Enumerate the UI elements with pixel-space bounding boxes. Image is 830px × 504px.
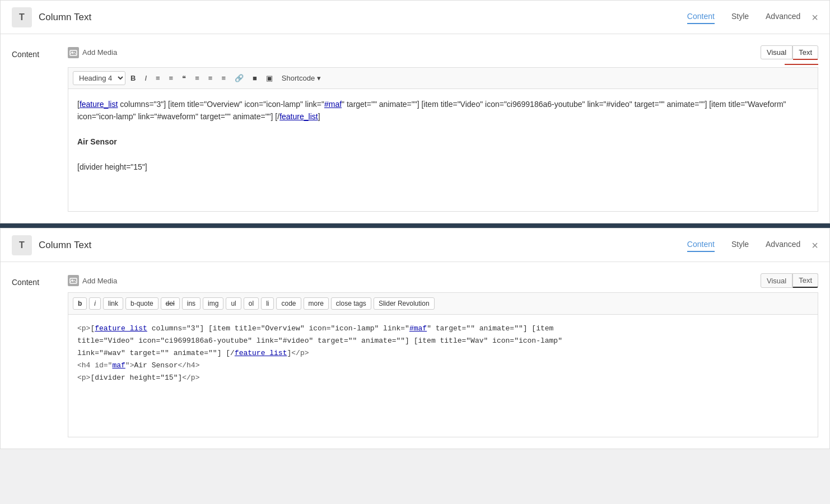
html-closetags-btn[interactable]: close tags — [331, 297, 371, 310]
editor-wrapper-1: Add Media Visual Text Heading 4 B I ≡ ≡ — [68, 45, 818, 212]
panel-2: T Column Text Content Style Advanced × C… — [0, 228, 830, 449]
html-bquote-btn[interactable]: b-quote — [125, 297, 158, 310]
panel-2-close[interactable]: × — [812, 240, 818, 251]
fullscreen-btn-1[interactable]: ▣ — [262, 71, 277, 85]
panel-1-title: Column Text — [39, 12, 687, 23]
panel-1-icon: T — [12, 7, 32, 27]
text-tab-underline-1 — [785, 64, 818, 65]
shortcode-feature-list-open-1: feature_list — [80, 100, 118, 109]
shortcode-feature-list-close-1: feature_list — [279, 112, 318, 121]
code-line1: <p>[feature_list columns="3"] [item titl… — [77, 323, 809, 335]
panel-2-title: Column Text — [39, 240, 687, 251]
html-slider-btn[interactable]: Slider Revolution — [374, 297, 435, 310]
code-line3: link="#wav" target="" animate=""] [/feat… — [77, 347, 809, 360]
editor-line2-1: Air Sensor — [77, 136, 809, 148]
html-ul-btn[interactable]: ul — [226, 297, 241, 310]
add-media-label-2: Add Media — [82, 277, 117, 285]
tab-style-1[interactable]: Style — [731, 12, 749, 23]
html-li-btn[interactable]: li — [261, 297, 274, 310]
code-line2: title="Video" icon="ci9699186a6-youtube"… — [77, 335, 809, 347]
toolbar-1: Heading 4 B I ≡ ≡ ❝ ≡ ≡ ≡ 🔗 ■ ▣ Shortcod… — [68, 67, 818, 88]
panel-2-icon: T — [12, 235, 32, 255]
editor-wrapper-2: Add Media Visual Text b i link b-quote d… — [68, 273, 818, 437]
ul-btn-1[interactable]: ≡ — [152, 71, 164, 85]
add-media-button-1[interactable]: Add Media — [68, 47, 117, 58]
html-ol-btn[interactable]: ol — [244, 297, 259, 310]
panel-2-body: Content Add Media Vi — [1, 262, 829, 449]
html-del-btn[interactable]: del — [161, 297, 180, 310]
editor-area-1[interactable]: [feature_list columns="3"] [item title="… — [68, 88, 818, 212]
code-line5: <p>[divider height="15"]</p> — [77, 372, 809, 384]
content-row-2: Content Add Media Vi — [12, 273, 818, 437]
text-tab-1[interactable]: Text — [792, 45, 818, 59]
editor-topbar-1: Add Media Visual Text — [68, 45, 818, 59]
panel-2-tabs: Content Style Advanced — [687, 240, 800, 251]
blockquote-btn-1[interactable]: ❝ — [178, 71, 190, 85]
code-editor-area-2[interactable]: <p>[feature_list columns="3"] [item titl… — [68, 314, 818, 437]
shortcode-btn-1[interactable]: Shortcode ▾ — [278, 71, 325, 85]
content-row-1: Content Add Media Vi — [12, 45, 818, 212]
html-img-btn[interactable]: img — [203, 297, 223, 310]
tab-style-2[interactable]: Style — [731, 240, 749, 251]
tab-advanced-2[interactable]: Advanced — [766, 240, 800, 251]
visual-tab-1[interactable]: Visual — [761, 45, 792, 59]
editor-line3-1: [divider height="15"] — [77, 161, 809, 173]
italic-btn-1[interactable]: I — [141, 71, 151, 85]
panel-2-header: T Column Text Content Style Advanced × — [1, 228, 829, 262]
add-media-icon-1 — [68, 47, 79, 58]
panel-1: T Column Text Content Style Advanced × C… — [0, 0, 830, 223]
html-toolbar-2: b i link b-quote del ins img ul ol li co… — [68, 292, 818, 314]
add-media-button-2[interactable]: Add Media — [68, 275, 117, 286]
view-tabs-1: Visual Text — [761, 45, 818, 59]
html-link-btn[interactable]: link — [103, 297, 123, 310]
panel-1-header: T Column Text Content Style Advanced × — [1, 1, 829, 34]
html-italic-btn[interactable]: i — [89, 297, 101, 310]
visual-tab-2[interactable]: Visual — [761, 273, 792, 288]
panel-1-body: Content Add Media Vi — [1, 34, 829, 223]
panel-separator — [0, 223, 830, 228]
tab-advanced-1[interactable]: Advanced — [766, 12, 800, 23]
html-ins-btn[interactable]: ins — [182, 297, 200, 310]
content-label-2: Content — [12, 273, 57, 287]
editor-topbar-2: Add Media Visual Text — [68, 273, 818, 288]
align-left-btn-1[interactable]: ≡ — [191, 71, 203, 85]
add-media-label-1: Add Media — [82, 48, 117, 57]
link-maf-1: #maf — [324, 100, 342, 109]
tab-content-1[interactable]: Content — [687, 12, 715, 23]
align-center-btn-1[interactable]: ≡ — [204, 71, 217, 85]
html-more-btn[interactable]: more — [304, 297, 329, 310]
view-tabs-2: Visual Text — [761, 273, 818, 288]
html-bold-btn[interactable]: b — [73, 297, 87, 310]
align-right-btn-1[interactable]: ≡ — [217, 71, 230, 85]
html-code-btn[interactable]: code — [276, 297, 301, 310]
ol-btn-1[interactable]: ≡ — [165, 71, 178, 85]
link-btn-1[interactable]: 🔗 — [231, 71, 248, 85]
text-tab-2[interactable]: Text — [792, 273, 818, 288]
add-media-icon-2 — [68, 275, 79, 286]
tab-content-2[interactable]: Content — [687, 240, 715, 251]
panel-1-tabs: Content Style Advanced — [687, 12, 800, 23]
content-label-1: Content — [12, 45, 57, 59]
editor-line1-1: [feature_list columns="3"] [item title="… — [77, 98, 809, 123]
bold-btn-1[interactable]: B — [127, 71, 139, 85]
table-btn-1[interactable]: ■ — [249, 71, 261, 85]
heading-select-1[interactable]: Heading 4 — [73, 71, 125, 85]
panel-1-close[interactable]: × — [812, 12, 818, 23]
code-line4: <h4 id="maf">Air Sensor</h4> — [77, 360, 809, 372]
